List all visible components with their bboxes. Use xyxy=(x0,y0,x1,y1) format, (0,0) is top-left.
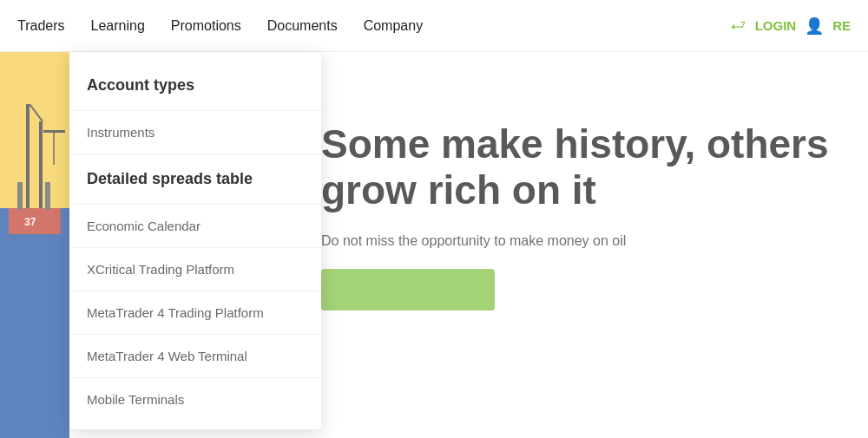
header: Traders Learning Promotions Documents Co… xyxy=(0,0,868,52)
nav-learning[interactable]: Learning xyxy=(91,1,145,51)
nav-traders[interactable]: Traders xyxy=(17,1,65,51)
dropdown-item-xcritical[interactable]: XCritical Trading Platform xyxy=(69,248,321,291)
dropdown-item-mobile[interactable]: Mobile Terminals xyxy=(69,378,321,421)
login-button[interactable]: LOGIN xyxy=(755,18,797,33)
dropdown-item-spreads[interactable]: Detailed spreads table xyxy=(69,154,321,205)
nav-promotions[interactable]: Promotions xyxy=(171,1,241,51)
dropdown-item-calendar[interactable]: Economic Calendar xyxy=(69,205,321,248)
main-nav: Traders Learning Promotions Documents Co… xyxy=(17,1,423,51)
register-button[interactable]: RE xyxy=(832,18,851,33)
traders-dropdown: Account types Instruments Detailed sprea… xyxy=(69,52,321,429)
nav-documents[interactable]: Documents xyxy=(267,1,338,51)
dropdown-item-mt4[interactable]: MetaTrader 4 Trading Platform xyxy=(69,291,321,335)
avatar-icon: 👤 xyxy=(805,16,824,36)
dropdown-item-account-types[interactable]: Account types xyxy=(69,61,321,111)
nav-right: ⮐ LOGIN 👤 RE xyxy=(731,16,851,36)
login-icon: ⮐ xyxy=(731,16,746,35)
nav-company[interactable]: Company xyxy=(364,1,423,51)
dropdown-item-mt4-web[interactable]: MetaTrader 4 Web Terminal xyxy=(69,335,321,378)
dropdown-item-instruments[interactable]: Instruments xyxy=(69,111,321,154)
